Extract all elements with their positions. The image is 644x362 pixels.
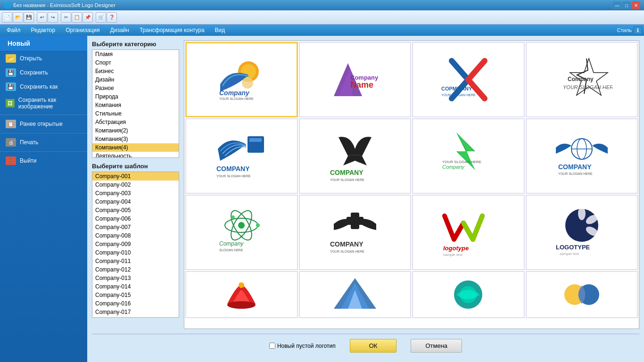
svg-point-32: [256, 223, 260, 227]
main-inner: Выберите категорию Пламя Спорт Бизнес Ди…: [92, 41, 639, 329]
toolbar-paste[interactable]: 📌: [83, 12, 93, 23]
logo-cell-16[interactable]: [526, 271, 638, 318]
logo-grid-container[interactable]: Company YOUR SLOGAN HERE Company Name: [184, 41, 639, 329]
tpl-item[interactable]: Company-017: [92, 308, 179, 316]
recent-icon: 📋: [6, 120, 16, 128]
template-listbox[interactable]: Company-001 Company-002 Company-003 Comp…: [92, 172, 179, 318]
logo-cell-9[interactable]: Company SLOGAN HERE: [185, 195, 298, 270]
logo-cell-15[interactable]: [412, 271, 525, 318]
logo-cell-11[interactable]: logotype sample text: [412, 195, 525, 270]
svg-text:YOUR SLOGAN HERE: YOUR SLOGAN HERE: [558, 172, 593, 175]
logo-cell-14[interactable]: [299, 271, 412, 318]
tpl-item[interactable]: Company-004: [92, 197, 179, 206]
saveas-icon: 💾: [6, 82, 16, 91]
save-icon: 💾: [6, 68, 16, 77]
logo-cell-12[interactable]: LOGOTYPE sample text: [526, 195, 638, 270]
toolbar-redo[interactable]: ↪: [48, 12, 58, 23]
new-button[interactable]: Новый: [0, 36, 87, 51]
sidebar-open[interactable]: 📂 Открыть: [0, 51, 87, 66]
toolbar-cart[interactable]: 🛒: [96, 12, 106, 23]
empty-logo-checkbox-label[interactable]: Новый пустой логотип: [269, 343, 336, 349]
sidebar-saveimg[interactable]: 🖼 Сохранить как изображение: [0, 94, 87, 113]
sidebar-exit[interactable]: 🚪 Выйти: [0, 154, 87, 168]
menu-org[interactable]: Организация: [61, 26, 104, 34]
cat-item[interactable]: Компания: [92, 101, 179, 109]
tpl-item[interactable]: Company-008: [92, 231, 179, 240]
logo-cell-13[interactable]: [185, 271, 298, 318]
sidebar-print[interactable]: 🖨 Печать: [0, 135, 87, 149]
svg-point-33: [231, 215, 235, 219]
logo-cell-6[interactable]: COMPANY YOUR SLOGAN HERE: [299, 118, 412, 194]
menubar: Файл Редактор Организация Дизайн Трансфо…: [0, 25, 644, 36]
logo-cell-2[interactable]: Company Name: [299, 42, 412, 117]
tpl-item[interactable]: Company-014: [92, 282, 179, 291]
logo-cell-3[interactable]: COPMMANY YOUR SLOGAN HERE: [412, 42, 525, 117]
sidebar-recent[interactable]: 📋 Ранее открытые: [0, 117, 87, 131]
close-button[interactable]: ✕: [632, 1, 640, 9]
cat-item-selected[interactable]: Компания(4): [92, 143, 179, 152]
cat-item[interactable]: Компания(3): [92, 135, 179, 143]
svg-text:Company: Company: [219, 89, 250, 97]
cat-item[interactable]: Разное: [92, 84, 179, 92]
tpl-item[interactable]: Company-012: [92, 265, 179, 274]
cat-item[interactable]: Бизнес: [92, 67, 179, 75]
toolbar-undo[interactable]: ↩: [37, 12, 47, 23]
cat-item[interactable]: Абстракция: [92, 118, 179, 126]
cat-item[interactable]: Компания(2): [92, 126, 179, 135]
tpl-item[interactable]: Company-007: [92, 223, 179, 231]
sidebar-saveas[interactable]: 💾 Сохранить как: [0, 80, 87, 94]
cat-item[interactable]: Спорт: [92, 58, 179, 67]
style-label: Стиль ℹ: [617, 26, 642, 34]
cancel-button[interactable]: Отмена: [411, 339, 462, 353]
cat-item[interactable]: Пламя: [92, 50, 179, 58]
cat-item[interactable]: Природа: [92, 92, 179, 101]
menu-transform[interactable]: Трансформация контура: [135, 26, 209, 34]
tpl-item[interactable]: Company-009: [92, 240, 179, 248]
logo-cell-4[interactable]: YOUR SLOGAN HERE Company: [526, 42, 638, 117]
logo-cell-5[interactable]: COMPANY YOUR SLOGAN HERE: [185, 118, 298, 194]
toolbar-cut[interactable]: ✂: [61, 12, 71, 23]
svg-text:YOUR SLOGAN HERE: YOUR SLOGAN HERE: [441, 93, 476, 97]
logo-cell-8[interactable]: COMPANY YOUR SLOGAN HERE: [526, 118, 638, 194]
empty-logo-checkbox[interactable]: [269, 343, 275, 349]
svg-text:COMPANY: COMPANY: [558, 163, 592, 171]
toolbar-help[interactable]: ❓: [107, 12, 117, 23]
tpl-item[interactable]: Company-016: [92, 299, 179, 308]
minimize-button[interactable]: —: [613, 1, 621, 9]
svg-text:YOUR SLOGAN HERE: YOUR SLOGAN HERE: [330, 250, 364, 253]
template-title: Выберите шаблон: [92, 163, 179, 170]
svg-point-2: [242, 77, 253, 89]
logo-cell-1[interactable]: Company YOUR SLOGAN HERE: [185, 42, 298, 117]
menu-design[interactable]: Дизайн: [106, 26, 134, 34]
tpl-item[interactable]: Company-015: [92, 291, 179, 299]
svg-text:SLOGAN HERE: SLOGAN HERE: [219, 248, 243, 252]
tpl-item[interactable]: Company-013: [92, 274, 179, 282]
toolbar-new[interactable]: 📄: [2, 12, 12, 23]
svg-point-46: [577, 221, 586, 230]
cat-item[interactable]: Дизайн: [92, 75, 179, 84]
toolbar-open[interactable]: 📂: [13, 12, 23, 23]
cat-item[interactable]: Деятельность: [92, 152, 179, 158]
tpl-item-selected[interactable]: Company-001: [92, 172, 179, 181]
menu-file[interactable]: Файл: [2, 26, 25, 34]
tpl-item[interactable]: Company-006: [92, 214, 179, 223]
svg-text:sample text: sample text: [443, 253, 463, 257]
tpl-item[interactable]: Company-011: [92, 257, 179, 265]
ok-button[interactable]: ОК: [350, 339, 397, 353]
bottom-bar: Новый пустой логотип ОК Отмена: [92, 334, 639, 357]
toolbar-copy[interactable]: 📋: [72, 12, 82, 23]
sidebar-save[interactable]: 💾 Сохранить: [0, 66, 87, 80]
category-listbox[interactable]: Пламя Спорт Бизнес Дизайн Разное Природа…: [92, 49, 179, 158]
tpl-item[interactable]: Company-010: [92, 248, 179, 257]
menu-view[interactable]: Вид: [210, 26, 230, 34]
tpl-item[interactable]: Company-005: [92, 206, 179, 214]
tpl-item[interactable]: Company-003: [92, 189, 179, 197]
logo-cell-7[interactable]: YOUR SLOGAN HERE Company: [412, 118, 525, 194]
cat-item[interactable]: Стильные: [92, 109, 179, 118]
maximize-button[interactable]: □: [622, 1, 631, 9]
tpl-item[interactable]: Company-018: [92, 316, 179, 318]
logo-cell-10[interactable]: COMPANY YOUR SLOGAN HERE: [299, 195, 412, 270]
menu-edit[interactable]: Редактор: [26, 26, 60, 34]
tpl-item[interactable]: Company-002: [92, 181, 179, 189]
toolbar-save[interactable]: 💾: [24, 12, 34, 23]
